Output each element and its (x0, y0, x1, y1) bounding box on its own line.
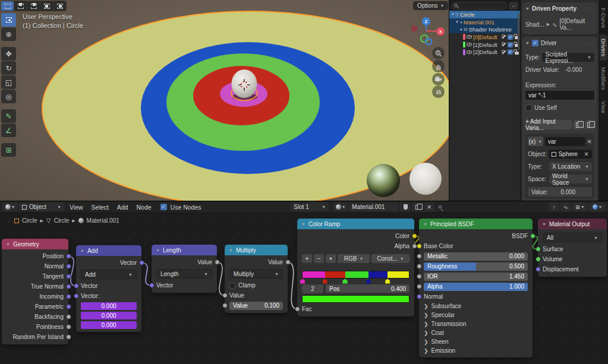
node-header[interactable]: ▼Multiply (225, 245, 288, 255)
stop-color-swatch[interactable] (302, 295, 409, 303)
normalize-toggle[interactable]: ↔ (509, 2, 518, 10)
gizmo-z-axis[interactable]: Z (422, 17, 430, 26)
measure-tool[interactable]: ∠ (1, 124, 16, 137)
collapse-icon[interactable]: ▼ (423, 222, 427, 226)
output-socket-backfacing[interactable] (66, 314, 71, 319)
visibility-eye-icon[interactable] (467, 35, 472, 39)
input-socket-ior[interactable] (417, 274, 422, 279)
expand-icon[interactable]: ❯ (424, 312, 429, 318)
browse-material-dropdown[interactable]: ▼ (333, 202, 348, 211)
select-box-tool[interactable]: ➤ (1, 13, 16, 27)
go-to-parent-button[interactable]: ↑ (549, 202, 559, 211)
expand-arrow-icon[interactable]: ▼ (455, 20, 459, 24)
output-socket-value[interactable] (285, 259, 291, 265)
collapse-icon[interactable]: ▼ (301, 222, 305, 226)
node-dropdown[interactable]: Multiply▼ (229, 269, 283, 278)
mute-checkbox[interactable]: ✓ (508, 49, 513, 55)
invert-selection-button[interactable] (40, 1, 53, 11)
visibility-eye-icon[interactable] (467, 43, 472, 46)
new-selection-button[interactable] (1, 1, 14, 11)
driven-value-field[interactable]: 0.000 (81, 302, 137, 310)
clamp-checkbox[interactable] (229, 283, 235, 289)
channel-search-input[interactable] (451, 2, 507, 10)
input-socket-metallic[interactable] (417, 254, 422, 259)
expand-icon[interactable]: ❯ (424, 339, 429, 345)
channel-row[interactable]: ▼◑Material.001 (449, 18, 520, 26)
add-cube-tool[interactable]: ⊞ (1, 143, 16, 157)
tab-modifiers[interactable]: Modifiers (600, 63, 607, 94)
stop-position-slider[interactable]: Pos0.400 (326, 284, 409, 293)
menu-view[interactable]: View (65, 204, 87, 211)
snap-mode-dropdown[interactable]: ⊞▼ (572, 202, 588, 211)
driver-type-dropdown[interactable]: Scripted Expressi...▼ (542, 53, 594, 62)
node-header[interactable]: ▼Add (76, 245, 141, 256)
modifier-wrench-icon[interactable] (502, 50, 506, 55)
value-slider-roughness[interactable]: Roughness0.500 (424, 262, 528, 271)
expand-icon[interactable]: ❯ (424, 303, 429, 309)
output-socket-incoming[interactable] (66, 294, 71, 299)
input-socket-value[interactable] (222, 303, 228, 308)
3d-viewport[interactable]: Z X User Perspective (1) Collection | Ci… (0, 0, 449, 201)
menu-node[interactable]: Node (132, 204, 155, 211)
annotate-tool[interactable]: ✎ (1, 109, 16, 123)
color-mode-dropdown[interactable]: RGB▼ (338, 254, 370, 263)
breadcrumb-item[interactable]: Circle (22, 217, 37, 224)
output-socket-parametric[interactable] (66, 304, 71, 309)
value-slider-ior[interactable]: IOR1.450 (424, 273, 528, 281)
node-length[interactable]: ▼LengthValueLength▼Vector (152, 245, 217, 293)
output-socket-pointiness[interactable] (66, 324, 71, 330)
node-dropdown[interactable]: All▼ (543, 233, 602, 242)
input-socket-displacement[interactable] (535, 267, 541, 272)
output-socket-normal[interactable] (66, 264, 71, 269)
variable-type-dropdown[interactable]: (x)▼ (528, 137, 543, 146)
remove-stop-button[interactable]: − (314, 254, 324, 263)
channel-row[interactable]: ▼▽Circle (449, 11, 520, 18)
collapse-icon[interactable]: ▼ (6, 242, 10, 246)
collapse-icon[interactable]: ▼ (156, 248, 160, 252)
channel-type-dropdown[interactable]: X Location▼ (549, 162, 592, 171)
cursor-tool[interactable]: ⊕ (1, 27, 16, 41)
channel-row[interactable]: ▼⊟Shader Nodetree (449, 26, 520, 33)
expand-arrow-icon[interactable]: ▼ (459, 28, 464, 31)
transform-tool[interactable]: ◎ (1, 90, 16, 103)
output-socket-value[interactable] (215, 259, 220, 265)
pan-hand-button[interactable] (432, 60, 445, 72)
input-socket-vector[interactable] (74, 283, 79, 289)
add-stop-button[interactable]: + (302, 254, 312, 263)
expand-icon[interactable]: ❯ (424, 321, 429, 327)
collapse-icon[interactable]: ▼ (525, 7, 530, 11)
value-slider-alpha[interactable]: Alpha1.000 (424, 283, 528, 291)
context-path-right[interactable]: [0]Default Va... (559, 18, 594, 31)
use-self-checkbox[interactable] (525, 105, 532, 111)
channel-row[interactable]: [2]Default✓ (449, 48, 520, 56)
rotate-tool[interactable]: ↻ (1, 61, 16, 75)
input-socket-roughness[interactable] (417, 264, 422, 269)
output-socket-color[interactable] (412, 233, 417, 239)
interpolation-dropdown[interactable]: Const...▼ (371, 254, 409, 263)
editor-type-dropdown[interactable]: ▼ (2, 202, 18, 211)
breadcrumb-item[interactable]: Material.001 (87, 217, 119, 224)
tab-view[interactable]: View (600, 97, 607, 117)
mute-checkbox[interactable]: ✓ (508, 42, 513, 48)
value-slider-value[interactable]: Value0.100 (229, 302, 283, 310)
gizmo-x-axis[interactable]: X (436, 27, 445, 36)
node-header[interactable]: ▼Color Ramp (297, 219, 414, 229)
input-socket-surface[interactable] (535, 246, 541, 252)
menu-add[interactable]: Add (113, 204, 133, 211)
ramp-options-dropdown[interactable]: ▼ (326, 254, 336, 263)
new-material-button[interactable] (412, 202, 423, 211)
context-path-left[interactable]: Shad... (525, 21, 544, 28)
variable-name-input[interactable]: var (545, 137, 585, 146)
copy-variables-button[interactable] (574, 120, 583, 129)
mute-checkbox[interactable]: ✓ (508, 34, 513, 40)
pin-button[interactable] (436, 202, 446, 211)
collapse-icon[interactable]: ▼ (229, 248, 233, 252)
input-socket-normal[interactable] (417, 294, 422, 299)
unlink-material-button[interactable]: ✕ (424, 202, 434, 211)
zoom-button[interactable] (432, 47, 445, 59)
output-socket-randomperisland[interactable] (66, 334, 71, 340)
material-slot-dropdown[interactable]: Slot 1▼ (291, 202, 329, 211)
remove-variable-button[interactable]: ✕ (587, 138, 592, 145)
collapse-icon[interactable]: ▼ (80, 249, 84, 253)
expression-input[interactable]: var *-1 (525, 91, 594, 100)
